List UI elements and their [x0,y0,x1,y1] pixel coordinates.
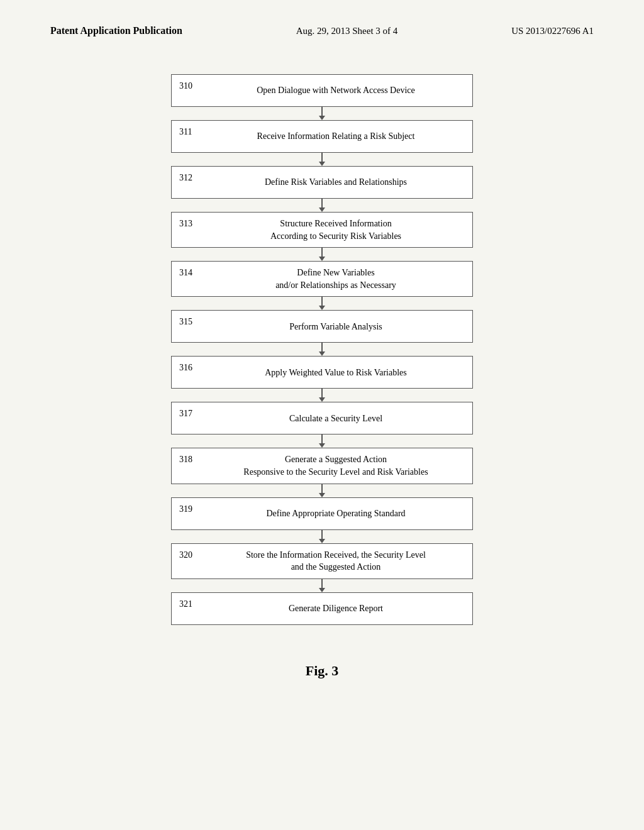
step-text-314: Define New Variablesand/or Relationships… [199,262,472,296]
step-text-313: Structure Received InformationAccording … [199,213,472,247]
step-num-319: 319 [172,498,199,519]
step-box-314: 314Define New Variablesand/or Relationsh… [171,261,473,297]
step-box-317: 317Calculate a Security Level [171,402,473,434]
connector-9 [319,530,325,543]
connector-1 [319,153,325,166]
step-box-318: 318Generate a Suggested ActionResponsive… [171,448,473,484]
connector-0 [319,107,325,120]
connector-6 [319,389,325,402]
page-header: Patent Application Publication Aug. 29, … [0,0,644,49]
connector-2 [319,199,325,212]
connector-3 [319,248,325,261]
connector-10 [319,579,325,592]
step-text-312: Define Risk Variables and Relationships [199,171,472,194]
step-num-317: 317 [172,402,199,424]
step-box-313: 313Structure Received InformationAccordi… [171,212,473,248]
step-num-312: 312 [172,167,199,188]
step-text-311: Receive Information Relating a Risk Subj… [199,125,472,148]
step-box-316: 316Apply Weighted Value to Risk Variable… [171,356,473,389]
step-text-310: Open Dialogue with Network Access Device [199,79,472,102]
step-box-319: 319Define Appropriate Operating Standard [171,497,473,530]
step-box-320: 320Store the Information Received, the S… [171,543,473,579]
step-num-314: 314 [172,262,199,283]
step-text-319: Define Appropriate Operating Standard [199,502,472,525]
step-num-318: 318 [172,448,199,470]
step-text-320: Store the Information Received, the Secu… [199,544,472,578]
step-num-310: 310 [172,75,199,96]
step-box-310: 310Open Dialogue with Network Access Dev… [171,74,473,107]
page: Patent Application Publication Aug. 29, … [0,0,644,830]
step-text-316: Apply Weighted Value to Risk Variables [199,362,472,384]
step-num-320: 320 [172,544,199,565]
step-text-315: Perform Variable Analysis [199,316,472,338]
connector-5 [319,343,325,356]
step-num-313: 313 [172,213,199,234]
step-box-321: 321Generate Diligence Report [171,592,473,625]
step-box-311: 311Receive Information Relating a Risk S… [171,120,473,153]
step-num-321: 321 [172,593,199,614]
step-num-316: 316 [172,357,199,378]
figure-label: Fig. 3 [0,663,644,679]
step-box-315: 315Perform Variable Analysis [171,310,473,343]
header-publication: Patent Application Publication [50,25,182,36]
connector-7 [319,434,325,448]
header-date-sheet: Aug. 29, 2013 Sheet 3 of 4 [296,26,398,36]
connector-4 [319,297,325,310]
connector-8 [319,484,325,497]
step-text-318: Generate a Suggested ActionResponsive to… [199,448,472,483]
step-box-312: 312Define Risk Variables and Relationshi… [171,166,473,199]
step-text-321: Generate Diligence Report [199,597,472,620]
step-num-315: 315 [172,311,199,332]
header-patent-num: US 2013/0227696 A1 [511,26,594,36]
step-num-311: 311 [172,121,199,142]
step-text-317: Calculate a Security Level [199,407,472,430]
flowchart: 310Open Dialogue with Network Access Dev… [0,49,644,644]
